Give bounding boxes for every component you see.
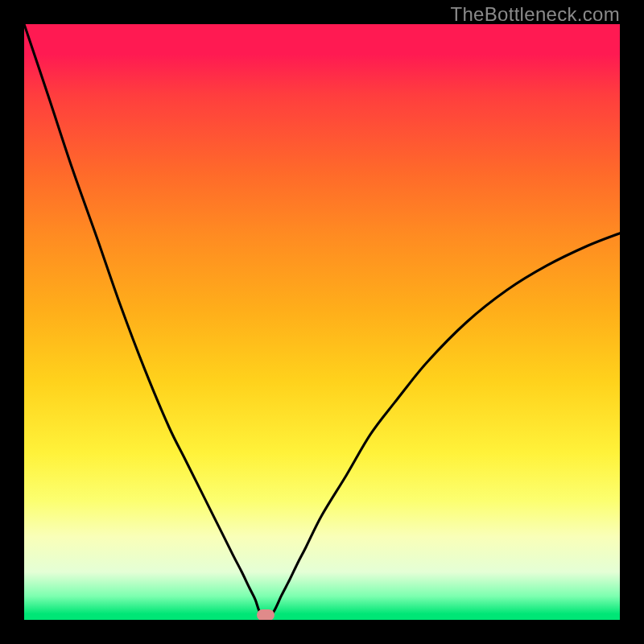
- bottleneck-curve: [24, 24, 620, 620]
- chart-frame: TheBottleneck.com: [0, 0, 644, 644]
- curve-svg: [24, 24, 620, 620]
- minimum-marker: [257, 609, 275, 620]
- watermark-text: TheBottleneck.com: [450, 3, 620, 26]
- plot-area: [24, 24, 620, 620]
